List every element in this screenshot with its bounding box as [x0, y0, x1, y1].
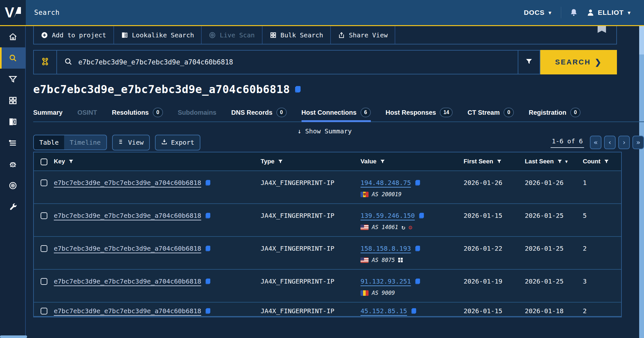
- last-page-button[interactable]: »: [632, 136, 644, 149]
- search-filter-button[interactable]: [518, 50, 540, 74]
- bookmark-icon[interactable]: [598, 26, 606, 33]
- type-value: JA4X_FINGERPRINT-IP: [261, 179, 360, 187]
- share-view-button[interactable]: Share View: [331, 26, 395, 44]
- show-summary-toggle[interactable]: ↓ Show Summary: [33, 127, 616, 135]
- count-badge: 0: [276, 108, 287, 117]
- select-all-checkbox[interactable]: [41, 159, 47, 165]
- first-page-button[interactable]: «: [590, 136, 601, 149]
- bulk-search-button[interactable]: Bulk Search: [263, 26, 331, 44]
- ip-link[interactable]: 45.152.85.15: [360, 307, 407, 315]
- sidebar-item-projects[interactable]: [0, 90, 26, 111]
- row-checkbox[interactable]: [41, 179, 47, 186]
- prev-page-button[interactable]: ‹: [604, 136, 616, 149]
- key-link[interactable]: e7bc7ebc3d9e_e7bc7ebc3d9e_a704c60b6818: [54, 307, 201, 315]
- hosting-spiral-icon[interactable]: ↻: [401, 224, 405, 230]
- sidebar-item-tools[interactable]: [0, 196, 26, 217]
- search-icon: [64, 57, 72, 67]
- view-button[interactable]: View: [112, 135, 150, 150]
- row-checkbox[interactable]: [41, 278, 47, 285]
- filter-funnel-icon: [604, 159, 609, 164]
- provider-grid-icon[interactable]: [398, 258, 403, 262]
- pagination: « ‹ › »: [590, 136, 644, 149]
- target-icon: [8, 181, 17, 190]
- sidebar-item-search[interactable]: [0, 47, 26, 69]
- column-header-key[interactable]: Key: [54, 158, 261, 165]
- page-title: e7bc7ebc3d9e_e7bc7ebc3d9e_a704c60b6818: [33, 83, 290, 96]
- column-header-last-seen[interactable]: Last Seen▼: [525, 158, 583, 165]
- entity-toolbar: Add to project Lookalike Search Live Sca…: [33, 26, 617, 44]
- tab-dns-records[interactable]: DNS Records0: [231, 103, 287, 121]
- horizontal-scrollbar[interactable]: [0, 335, 27, 338]
- key-link[interactable]: e7bc7ebc3d9e_e7bc7ebc3d9e_a704c60b6818: [54, 245, 201, 252]
- row-checkbox[interactable]: [41, 245, 47, 252]
- copy-icon[interactable]: [415, 180, 420, 186]
- tab-subdomains[interactable]: Subdomains: [178, 103, 216, 121]
- copy-icon[interactable]: [415, 246, 420, 251]
- table-row: e7bc7ebc3d9e_e7bc7ebc3d9e_a704c60b6818 J…: [34, 170, 621, 203]
- tab-host-connections[interactable]: Host Connections6: [302, 103, 371, 121]
- host-connections-table: Key Type Value First Seen Last Seen▼ Cou…: [33, 152, 622, 317]
- column-header-count[interactable]: Count: [583, 158, 621, 165]
- key-link[interactable]: e7bc7ebc3d9e_e7bc7ebc3d9e_a704c60b6818: [54, 277, 201, 285]
- search-input-container: [56, 50, 518, 74]
- key-link[interactable]: e7bc7ebc3d9e_e7bc7ebc3d9e_a704c60b6818: [54, 212, 201, 219]
- header-divider: [561, 7, 561, 18]
- copy-icon[interactable]: [206, 308, 210, 314]
- row-checkbox[interactable]: [41, 308, 47, 314]
- sidebar: [0, 26, 26, 338]
- ip-link[interactable]: 139.59.246.150: [360, 212, 415, 219]
- sidebar-item-home[interactable]: [0, 26, 26, 47]
- ip-link[interactable]: 91.132.93.251: [360, 277, 411, 285]
- copy-icon[interactable]: [415, 279, 420, 284]
- copy-icon[interactable]: [411, 308, 416, 314]
- count-badge: 6: [360, 108, 371, 117]
- search-button[interactable]: SEARCH❯: [540, 50, 617, 74]
- copy-icon[interactable]: [206, 180, 210, 186]
- add-to-project-button[interactable]: Add to project: [34, 26, 114, 44]
- column-header-first-seen[interactable]: First Seen: [464, 158, 525, 165]
- sidebar-item-lookalike[interactable]: [0, 111, 26, 132]
- table-view-segment[interactable]: Table: [34, 135, 64, 150]
- country-flag-icon: [360, 257, 369, 263]
- tab-host-responses[interactable]: Host Responses14: [386, 103, 453, 121]
- sidebar-item-live-scan[interactable]: [0, 175, 26, 196]
- lookalike-search-button[interactable]: Lookalike Search: [114, 26, 202, 44]
- timeline-view-segment[interactable]: Timeline: [64, 135, 106, 150]
- type-value: JA4X_FINGERPRINT-IP: [261, 245, 360, 252]
- sidebar-item-lists[interactable]: [0, 132, 26, 154]
- wrench-icon: [8, 202, 17, 211]
- copy-icon[interactable]: [206, 279, 210, 284]
- tab-ct-stream[interactable]: CT Stream0: [467, 103, 514, 121]
- live-scan-button[interactable]: Live Scan: [202, 26, 262, 44]
- pagination-info[interactable]: 1-6 of 6: [551, 137, 584, 148]
- sidebar-item-threats[interactable]: [0, 154, 26, 175]
- column-header-value[interactable]: Value: [360, 158, 464, 165]
- count-badge: 0: [504, 108, 514, 117]
- tab-osint[interactable]: OSINT: [77, 103, 97, 121]
- count-value: 5: [583, 212, 621, 219]
- tab-summary[interactable]: Summary: [33, 103, 62, 121]
- copy-icon[interactable]: [419, 213, 424, 218]
- copy-icon[interactable]: [206, 246, 210, 251]
- ip-link[interactable]: 158.158.8.193: [360, 245, 411, 252]
- sidebar-item-filters[interactable]: [0, 69, 26, 90]
- next-page-button[interactable]: ›: [618, 136, 630, 149]
- ip-link[interactable]: 194.48.248.75: [360, 179, 411, 187]
- copy-icon[interactable]: [295, 86, 301, 92]
- table-controls: ↓ Show Summary Table Timeline View Expor…: [33, 122, 644, 151]
- malware-gear-icon[interactable]: ⚙: [409, 224, 412, 230]
- notifications-bell-icon[interactable]: [570, 8, 578, 17]
- copy-icon[interactable]: [206, 213, 210, 218]
- type-value: JA4X_FINGERPRINT-IP: [261, 307, 360, 315]
- query-type-button[interactable]: [33, 50, 56, 74]
- key-link[interactable]: e7bc7ebc3d9e_e7bc7ebc3d9e_a704c60b6818: [54, 179, 201, 187]
- row-checkbox[interactable]: [41, 212, 47, 219]
- validin-logo[interactable]: V: [0, 0, 26, 25]
- tab-resolutions[interactable]: Resolutions0: [112, 103, 163, 121]
- export-button[interactable]: Export: [155, 135, 200, 150]
- user-menu[interactable]: ELLIOT ▼: [586, 8, 632, 17]
- column-header-type[interactable]: Type: [261, 158, 360, 165]
- docs-menu[interactable]: DOCS ▼: [524, 9, 553, 16]
- tab-registration[interactable]: Registration0: [529, 103, 581, 121]
- search-input[interactable]: [78, 58, 511, 66]
